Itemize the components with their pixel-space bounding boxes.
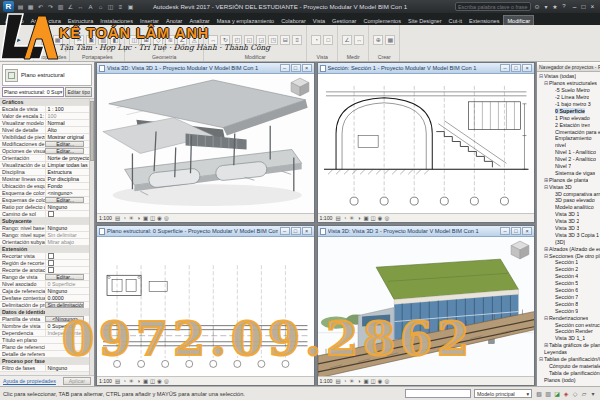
visual-style-icon[interactable]: ◔ bbox=[341, 215, 348, 221]
tree-item[interactable]: -5 Suelo Metro bbox=[537, 87, 600, 94]
tree-item[interactable]: 3D comparativa armad... bbox=[537, 190, 600, 197]
view-canvas-3d[interactable] bbox=[97, 74, 314, 213]
property-row[interactable]: Escala de vista 1 : 100 bbox=[0, 106, 89, 113]
tool-icon[interactable]: ▤ bbox=[41, 35, 51, 45]
tree-item[interactable]: Cómputo de materiales de... bbox=[537, 362, 600, 369]
tree-item[interactable]: Sistema de vigas bbox=[537, 169, 600, 176]
property-value[interactable]: 0 Superficie bbox=[45, 323, 90, 329]
viewport-minimize-button[interactable]: – bbox=[280, 227, 290, 235]
reveal-hidden-elements-icon[interactable]: ◎ bbox=[163, 378, 170, 384]
property-value[interactable]: 100 bbox=[45, 113, 90, 119]
design-options-icon[interactable]: ▥ bbox=[544, 390, 552, 397]
visual-style-icon[interactable]: ◔ bbox=[121, 215, 128, 221]
tree-item[interactable]: Modelo analítico bbox=[537, 204, 600, 211]
properties-scrollbar[interactable] bbox=[89, 99, 94, 375]
tool-icon[interactable]: ◲ bbox=[256, 35, 266, 45]
property-value[interactable]: Por disciplina bbox=[45, 176, 90, 182]
tree-item[interactable]: Vista 3D 2 bbox=[537, 218, 600, 225]
tool-icon[interactable]: ✂ bbox=[74, 35, 84, 45]
show-crop-region-icon[interactable]: ◫ bbox=[149, 378, 156, 384]
select-by-face-icon[interactable]: ▱ bbox=[580, 390, 588, 397]
tool-icon[interactable]: ◔ bbox=[311, 35, 321, 45]
viewport-3d-view-3[interactable]: Vista 3D: Vista 3D 3 - Proyecto Modular … bbox=[317, 225, 536, 386]
property-row[interactable]: Datos de identidad bbox=[0, 309, 89, 316]
tool-icon[interactable]: ◇ bbox=[153, 35, 163, 45]
ribbon-tab[interactable]: Analizar bbox=[186, 16, 212, 25]
exclude-options-icon[interactable]: ◪ bbox=[553, 390, 561, 397]
property-row[interactable]: Visualizar modelo Normal bbox=[0, 120, 89, 127]
view-canvas-section[interactable] bbox=[318, 74, 535, 213]
tree-item[interactable]: Nivel 7 bbox=[537, 163, 600, 170]
property-row[interactable]: Nombre de vista 0 Superficie bbox=[0, 323, 89, 330]
tool-icon[interactable]: ∠ bbox=[177, 35, 187, 45]
tree-item[interactable]: 2 Estación tren bbox=[537, 121, 600, 128]
property-value[interactable]: Fondo bbox=[45, 183, 90, 189]
tool-icon[interactable]: ◫ bbox=[129, 35, 139, 45]
viewport-restore-button[interactable]: □ bbox=[511, 227, 521, 235]
property-row[interactable]: Visualización de uni... Limpiar todas la… bbox=[0, 162, 89, 169]
redo-icon[interactable]: ↷ bbox=[46, 2, 55, 12]
type-dropdown[interactable]: Plano estructural: 0 Superficie ▾ bbox=[2, 87, 64, 97]
ribbon-tab[interactable]: Colaborar bbox=[278, 16, 309, 25]
ribbon-tab[interactable]: Complementos bbox=[360, 16, 404, 25]
tool-icon[interactable]: ⊟ bbox=[280, 35, 290, 45]
property-row[interactable]: Título en plano bbox=[0, 337, 89, 344]
reveal-hidden-elements-icon[interactable]: ◎ bbox=[383, 215, 390, 221]
tool-icon[interactable]: ▦ bbox=[385, 35, 395, 45]
shadows-icon[interactable]: ◑ bbox=[135, 378, 142, 384]
property-row[interactable]: Rango de vista Editar... bbox=[0, 274, 89, 281]
design-options-dropdown[interactable]: Modelo principal ▾ bbox=[474, 389, 532, 398]
revit-app-icon[interactable]: R bbox=[3, 1, 14, 12]
ribbon-tab[interactable]: Masa y emplazamiento bbox=[214, 16, 278, 25]
property-value[interactable]: 0.0000 bbox=[45, 295, 90, 301]
tool-icon[interactable]: ≋ bbox=[165, 35, 175, 45]
edit-type-button[interactable]: Editar tipo bbox=[65, 87, 92, 97]
ribbon-tab[interactable]: Modificar bbox=[503, 15, 534, 25]
tool-icon[interactable]: ≡ bbox=[292, 35, 302, 45]
property-row[interactable]: Mostrar líneas ocultas Por disciplina bbox=[0, 176, 89, 183]
signin-user-icon[interactable]: ▾ bbox=[542, 3, 550, 10]
viewport-minimize-button[interactable]: – bbox=[500, 64, 510, 72]
property-row[interactable]: Caja de referencia Ninguno bbox=[0, 288, 89, 295]
reveal-hidden-elements-icon[interactable]: ◎ bbox=[383, 378, 390, 384]
property-row[interactable]: Orientación Norte de proyecto bbox=[0, 155, 89, 162]
detail-level-icon[interactable]: ▤ bbox=[114, 378, 121, 384]
tree-item[interactable]: -1 bajo metro 3 bbox=[537, 101, 600, 108]
ribbon-tab[interactable]: Extensiones bbox=[466, 16, 502, 25]
tree-item[interactable]: Vista 3D 1 bbox=[537, 211, 600, 218]
property-row[interactable]: Plantilla de vista <Ninguno> bbox=[0, 316, 89, 323]
property-row[interactable]: Gráficos bbox=[0, 99, 89, 106]
tool-icon[interactable]: ▣ bbox=[86, 35, 96, 45]
property-value[interactable]: Normal bbox=[45, 120, 90, 126]
tree-item[interactable]: Emplazamiento bbox=[537, 135, 600, 142]
tree-item[interactable]: ⊟ Planos estructurales bbox=[537, 80, 600, 87]
tool-icon[interactable]: □ bbox=[323, 35, 333, 45]
view-canvas-3d-color[interactable] bbox=[318, 237, 535, 376]
worksets-box[interactable] bbox=[405, 389, 471, 398]
detail-level-icon[interactable]: ▤ bbox=[334, 215, 341, 221]
viewport-title-bar[interactable]: Plano estructural: 0 Superficie - Proyec… bbox=[97, 226, 314, 237]
property-row[interactable]: Ubicación de esque... Fondo bbox=[0, 183, 89, 190]
ribbon-tab[interactable]: Instalaciones bbox=[97, 16, 136, 25]
property-value[interactable]: Estructura bbox=[45, 169, 90, 175]
detail-level-icon[interactable]: ▤ bbox=[114, 215, 121, 221]
property-value[interactable] bbox=[45, 210, 90, 218]
tree-item[interactable]: -2 Línea Metro bbox=[537, 94, 600, 101]
tool-icon[interactable]: ◬ bbox=[189, 35, 199, 45]
viewport-close-button[interactable]: × bbox=[522, 227, 532, 235]
shadows-icon[interactable]: ◑ bbox=[355, 378, 362, 384]
sun-path-icon[interactable]: ☀ bbox=[348, 378, 355, 384]
type-selector[interactable]: Plano estructural bbox=[2, 64, 92, 86]
tool-icon[interactable]: ⊞ bbox=[141, 35, 151, 45]
viewport-plan-0-superficie[interactable]: Plano estructural: 0 Superficie - Proyec… bbox=[96, 225, 315, 386]
ribbon-tab[interactable]: Site Designer bbox=[405, 16, 445, 25]
tool-icon[interactable]: ▶ bbox=[9, 31, 25, 49]
property-value[interactable]: Mostrar original bbox=[45, 134, 90, 140]
viewport-title-bar[interactable]: Sección: Sección 1 - Proyecto Modular V … bbox=[318, 63, 535, 74]
property-value[interactable]: Sin delimitación bbox=[45, 302, 85, 308]
tree-item[interactable]: ⊞ Planos de planta bbox=[537, 176, 600, 183]
property-row[interactable]: Esquemas de color ... Editar... bbox=[0, 197, 89, 204]
tree-item[interactable]: Sección 8 bbox=[537, 300, 600, 307]
visual-style-icon[interactable]: ◔ bbox=[341, 378, 348, 384]
tool-icon[interactable]: ⊕ bbox=[373, 35, 383, 45]
